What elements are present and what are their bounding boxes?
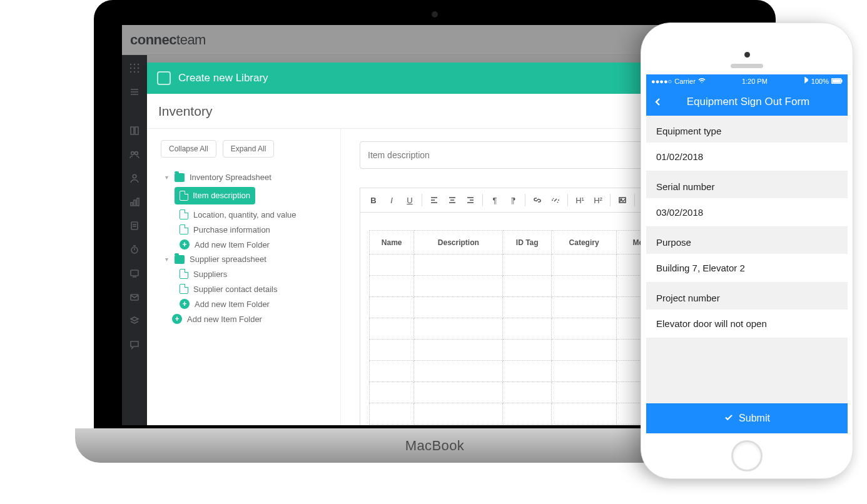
status-time: 1:20 PM bbox=[708, 78, 801, 85]
item-label: Item description bbox=[193, 191, 250, 201]
input-placeholder: Item description bbox=[368, 150, 430, 160]
wifi-icon bbox=[698, 78, 706, 85]
file-icon bbox=[180, 209, 188, 219]
expand-all-button[interactable]: Expand All bbox=[223, 140, 275, 158]
table-cell[interactable] bbox=[414, 318, 503, 340]
item-label: Supplier contact details bbox=[193, 285, 277, 294]
form-field-label: Project number bbox=[646, 283, 848, 310]
unlink-icon[interactable] bbox=[547, 192, 564, 208]
plus-icon: + bbox=[180, 299, 190, 309]
plus-icon: + bbox=[180, 239, 190, 249]
tree-folder-inventory[interactable]: ▾ Inventory Spreadsheet bbox=[155, 170, 333, 184]
tree-panel: Collapse All Expand All ▾ Inventory Spre… bbox=[147, 129, 341, 425]
bold-icon[interactable]: B bbox=[365, 192, 382, 208]
folder-label: Supplier spreadsheet bbox=[190, 255, 266, 264]
file-icon bbox=[180, 191, 188, 201]
submit-button[interactable]: Submit bbox=[646, 403, 848, 433]
item-label: Add new Item Folder bbox=[195, 300, 270, 309]
align-center-icon[interactable] bbox=[444, 192, 460, 208]
form-field-label: Equipment type bbox=[646, 116, 848, 143]
item-label: Location, quantity, and value bbox=[193, 210, 297, 219]
macbook-label: MacBook bbox=[405, 438, 465, 454]
tree-item-active[interactable]: Item description bbox=[155, 184, 333, 207]
phone-home-area bbox=[641, 433, 853, 478]
table-cell[interactable] bbox=[552, 276, 617, 297]
svg-rect-50 bbox=[833, 79, 841, 83]
table-cell[interactable] bbox=[552, 255, 617, 276]
table-cell[interactable] bbox=[414, 340, 503, 361]
table-cell[interactable] bbox=[552, 382, 617, 403]
svg-point-48 bbox=[701, 82, 702, 83]
battery-icon bbox=[831, 78, 843, 85]
table-cell[interactable] bbox=[414, 276, 503, 297]
table-cell[interactable] bbox=[503, 297, 552, 318]
collapse-all-button[interactable]: Collapse All bbox=[161, 140, 216, 158]
table-cell[interactable] bbox=[503, 340, 552, 361]
paragraph-icon[interactable]: ¶ bbox=[487, 192, 503, 208]
table-cell[interactable] bbox=[552, 318, 617, 340]
folder-tree: ▾ Inventory Spreadsheet Item descriptio bbox=[155, 170, 333, 326]
folder-label: Inventory Spreadsheet bbox=[190, 173, 271, 182]
table-header: Categiry bbox=[552, 231, 617, 255]
plus-icon: + bbox=[172, 314, 182, 324]
table-cell[interactable] bbox=[370, 403, 414, 425]
image-icon[interactable] bbox=[614, 192, 631, 208]
library-icon bbox=[157, 71, 171, 85]
item-label: Purchase information bbox=[193, 225, 270, 234]
table-cell[interactable] bbox=[414, 297, 503, 318]
table-cell[interactable] bbox=[503, 255, 552, 276]
tree-folder-supplier[interactable]: ▾ Supplier spreadsheet bbox=[155, 252, 333, 266]
table-cell[interactable] bbox=[370, 297, 414, 318]
paragraph-rtl-icon[interactable]: ¶ bbox=[505, 192, 521, 208]
form-field-value[interactable]: Elevator door will not open bbox=[646, 310, 848, 338]
phone-form[interactable]: Equipment type01/02/2018Serial number03/… bbox=[646, 116, 848, 403]
table-cell[interactable] bbox=[370, 318, 414, 340]
table-cell[interactable] bbox=[414, 361, 503, 382]
home-button[interactable] bbox=[731, 440, 763, 471]
tree-add-root[interactable]: + Add new Item Folder bbox=[155, 311, 333, 326]
phone-top bbox=[641, 23, 853, 74]
align-right-icon[interactable] bbox=[462, 192, 479, 208]
h2-icon[interactable]: H² bbox=[590, 192, 606, 208]
phone-screen: ●●●●○ Carrier 1:20 PM 100% Equipment Sig… bbox=[646, 74, 848, 433]
table-cell[interactable] bbox=[552, 361, 617, 382]
tree-item[interactable]: Suppliers bbox=[155, 266, 333, 281]
tree-add-item[interactable]: + Add new Item Folder bbox=[155, 296, 333, 311]
table-cell[interactable] bbox=[552, 403, 617, 425]
tree-add-item[interactable]: + Add new Item Folder bbox=[155, 237, 333, 252]
table-cell[interactable] bbox=[370, 361, 414, 382]
file-icon bbox=[180, 269, 188, 279]
form-field-value[interactable]: 01/02/2018 bbox=[646, 143, 848, 171]
table-cell[interactable] bbox=[414, 382, 503, 403]
folder-icon bbox=[175, 173, 185, 182]
tree-item[interactable]: Supplier contact details bbox=[155, 281, 333, 296]
check-icon bbox=[724, 412, 734, 425]
table-cell[interactable] bbox=[503, 276, 552, 297]
table-cell[interactable] bbox=[503, 361, 552, 382]
table-cell[interactable] bbox=[414, 255, 503, 276]
table-cell[interactable] bbox=[503, 382, 552, 403]
table-cell[interactable] bbox=[370, 382, 414, 403]
link-icon[interactable] bbox=[529, 192, 545, 208]
phone-status-bar: ●●●●○ Carrier 1:20 PM 100% bbox=[646, 74, 848, 88]
table-cell[interactable] bbox=[370, 255, 414, 276]
table-cell[interactable] bbox=[503, 403, 552, 425]
phone-speaker-icon bbox=[731, 64, 763, 68]
tree-item[interactable]: Purchase information bbox=[155, 222, 333, 237]
table-cell[interactable] bbox=[370, 276, 414, 297]
underline-icon[interactable]: U bbox=[402, 192, 418, 208]
form-field-value[interactable]: 03/02/2018 bbox=[646, 198, 848, 227]
italic-icon[interactable]: I bbox=[383, 192, 400, 208]
h1-icon[interactable]: H¹ bbox=[572, 192, 588, 208]
table-cell[interactable] bbox=[503, 318, 552, 340]
table-header: Name bbox=[370, 231, 414, 255]
table-cell[interactable] bbox=[370, 340, 414, 361]
item-label: Suppliers bbox=[193, 270, 227, 279]
tree-item[interactable]: Location, quantity, and value bbox=[155, 207, 333, 222]
align-left-icon[interactable] bbox=[426, 192, 442, 208]
table-cell[interactable] bbox=[414, 403, 503, 425]
form-field-value[interactable]: Building 7, Elevator 2 bbox=[646, 254, 848, 283]
item-label: Add new Item Folder bbox=[195, 240, 270, 249]
table-cell[interactable] bbox=[552, 340, 617, 361]
table-cell[interactable] bbox=[552, 297, 617, 318]
